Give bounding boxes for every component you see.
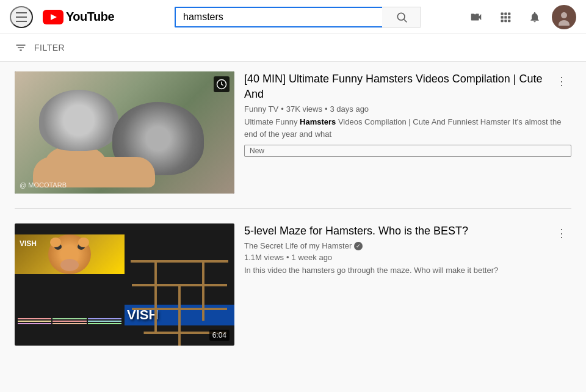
search-box — [175, 7, 421, 27]
hamburger-line — [16, 12, 27, 13]
upload-time-1: 3 days ago — [330, 104, 369, 114]
result-meta-1: Funny TV • 37K views • 3 days ago — [244, 104, 571, 114]
maze-cell — [18, 321, 51, 322]
svg-point-16 — [561, 12, 567, 18]
result-description-1: Ultimate Funny Hamsters Videos Compilati… — [244, 116, 571, 140]
maze-cell — [18, 318, 51, 319]
search-input[interactable] — [175, 7, 382, 27]
channel-name-2: The Secret Life of my Hamster — [244, 241, 352, 250]
filter-bar: FILTER — [0, 34, 586, 62]
svg-rect-11 — [508, 16, 510, 18]
youtube-logo-text: YouTube — [66, 10, 114, 24]
video-credit: @ MOCOTARB — [20, 181, 67, 189]
svg-rect-10 — [504, 16, 507, 18]
clock-badge — [214, 76, 230, 92]
maze-box-illustration — [131, 260, 228, 263]
svg-point-2 — [397, 13, 405, 20]
apps-icon — [499, 11, 512, 23]
svg-rect-12 — [501, 20, 504, 22]
header: YouTube + — [0, 0, 586, 34]
hamster-ear-right — [78, 238, 89, 247]
view-count-2: 1.1M views — [244, 253, 284, 262]
bell-icon — [529, 11, 541, 23]
hamburger-line — [16, 16, 27, 18]
video-thumbnail-2[interactable]: VISH — [15, 223, 234, 346]
svg-line-3 — [403, 19, 407, 22]
account-button[interactable] — [552, 5, 576, 29]
apps-button[interactable] — [493, 5, 518, 29]
more-options-button-2[interactable]: ⋮ — [552, 223, 571, 243]
svg-rect-13 — [504, 20, 507, 22]
create-icon: + — [469, 10, 483, 24]
maze-cell — [88, 321, 121, 322]
svg-rect-8 — [508, 12, 510, 15]
youtube-logo-icon — [43, 10, 63, 24]
hamster-ear-left — [50, 238, 61, 247]
clock-icon — [216, 79, 227, 90]
thumb2-top-left: VISH — [15, 234, 125, 274]
view-count-1: 37K views — [286, 104, 322, 114]
meta-dot-1: • — [281, 104, 284, 114]
result-meta-2b: 1.1M views • 1 week ago — [244, 253, 571, 262]
result-description-2: In this video the hamsters go through th… — [244, 264, 571, 277]
upload-time-2: 1 week ago — [292, 253, 333, 262]
thumbnail-image-1 — [15, 71, 234, 194]
hamster-face-thumb2 — [48, 234, 91, 274]
results-container: @ MOCOTARB [40 MIN] Ultimate Funny Hamst… — [0, 62, 586, 385]
create-button[interactable]: + — [464, 5, 488, 29]
result-info-1: [40 MIN] Ultimate Funny Hamsters Videos … — [244, 71, 571, 194]
result-item: @ MOCOTARB [40 MIN] Ultimate Funny Hamst… — [15, 71, 571, 209]
thumbnail-image-2: VISH — [15, 223, 234, 346]
more-options-button-1[interactable]: ⋮ — [552, 71, 571, 91]
meta-dot-3: • — [286, 253, 289, 262]
hamburger-line — [16, 21, 27, 22]
verified-icon: ✓ — [354, 242, 363, 250]
duration-badge: 6:04 — [209, 330, 230, 341]
meta-dot-2: • — [325, 104, 328, 114]
header-right: + — [464, 5, 576, 29]
maze-cell — [88, 318, 121, 319]
result-meta-2: The Secret Life of my Hamster ✓ — [244, 241, 571, 250]
maze-cell — [88, 323, 121, 324]
maze-cell — [52, 323, 86, 324]
avatar-icon — [555, 9, 573, 26]
hamster-illustration-1 — [39, 90, 118, 151]
svg-rect-6 — [501, 12, 504, 15]
svg-rect-9 — [501, 16, 504, 18]
search-icon — [396, 11, 408, 23]
video-thumbnail-1[interactable]: @ MOCOTARB — [15, 71, 234, 194]
search-button[interactable] — [382, 7, 421, 27]
result-title-1[interactable]: [40 MIN] Ultimate Funny Hamsters Videos … — [244, 71, 571, 102]
result-info-2: 5-level Maze for Hamsters. Who is the BE… — [244, 223, 571, 346]
notifications-button[interactable] — [523, 5, 547, 29]
result-item-2: VISH — [15, 223, 571, 360]
channel-name-1: Funny TV — [244, 104, 278, 114]
filter-label: FILTER — [34, 43, 65, 53]
svg-rect-14 — [508, 20, 510, 22]
result-title-2[interactable]: 5-level Maze for Hamsters. Who is the BE… — [244, 223, 571, 239]
filter-icon — [15, 42, 27, 54]
svg-rect-7 — [504, 12, 507, 15]
new-badge: New — [244, 145, 571, 157]
maze-cell — [52, 321, 86, 322]
fish-label: VISH — [20, 239, 37, 248]
maze-cell — [18, 323, 51, 324]
svg-text:+: + — [474, 12, 476, 16]
header-center — [132, 7, 464, 27]
header-left: YouTube — [10, 6, 132, 28]
youtube-logo[interactable]: YouTube — [43, 10, 114, 24]
menu-button[interactable] — [10, 6, 33, 28]
maze-cell — [52, 318, 86, 319]
